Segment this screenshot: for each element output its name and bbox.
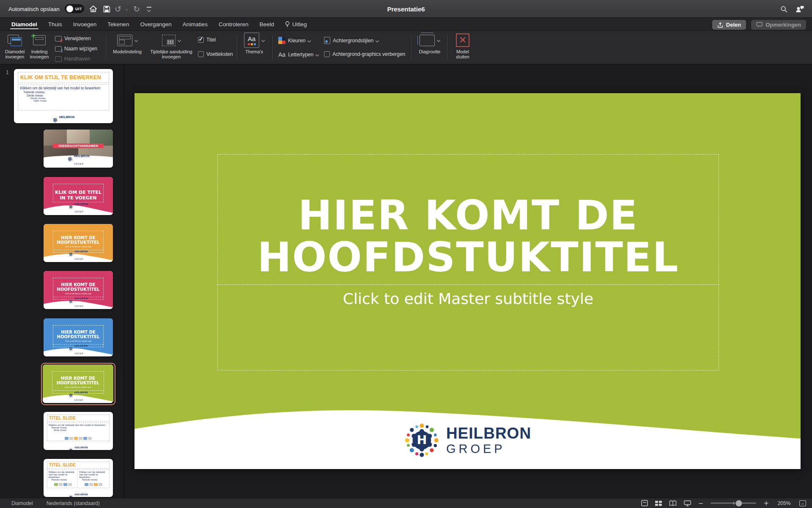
footers-checkbox[interactable]: Voetteksten [198,51,233,57]
tab-uitleg[interactable]: Uitleg [280,18,313,30]
zoom-percentage[interactable]: 205% [776,500,792,506]
slide-sorter-view-icon[interactable] [655,501,662,506]
comment-icon [756,22,763,28]
tab-controleren[interactable]: Controleren [213,18,254,30]
background-styles-button[interactable]: Achtergrondstijlen [324,37,379,44]
tab-animaties[interactable]: Animaties [177,18,213,30]
insert-placeholder-button[interactable]: Tijdelijke aanduiding invoegen [146,33,196,59]
normal-view-icon[interactable] [641,500,648,506]
thumb-title-placeholder: TITEL SLIDE [47,461,110,469]
heilbron-logo: HEILBRONGROEP [69,246,88,262]
reading-view-icon[interactable] [669,500,677,506]
themes-button[interactable]: Aa Thema's [240,33,268,54]
zoom-in-button[interactable]: + [763,500,769,507]
thumbnail-chapter-crimson[interactable]: HIER KOMT DEHOOFDSTUKTITEL Click to edit… [44,271,113,309]
chevron-down-icon [437,39,440,42]
slide-size-button[interactable]: Diagrootte [414,33,445,54]
ribbon-divider [411,35,411,60]
preserve-button[interactable]: Handhaven [55,56,90,62]
chevron-down-icon [315,53,319,56]
thumbnail-chapter-blue[interactable]: HIER KOMT DEHOOFDSTUKTITEL Click to edit… [44,318,113,356]
colors-button[interactable]: Kleuren [278,37,310,44]
rename-button[interactable]: I Naam wijzigen [55,46,97,52]
heilbron-logo: HEILBRON GROEP [404,422,531,458]
powerpoint-window: Automatisch opslaan UIT ↺ ↻ Presentatie6 [0,0,812,508]
titlebar: Automatisch opslaan UIT ↺ ↻ Presentatie6 [0,0,812,18]
tab-tekenen[interactable]: Tekenen [102,18,134,30]
share-button[interactable]: Delen [712,20,746,30]
zoom-slider[interactable] [710,502,756,504]
checkbox-unchecked-icon [324,51,330,57]
tab-beeld[interactable]: Beeld [254,18,280,30]
fit-slide-to-window-icon[interactable]: ↔ [799,500,806,506]
heilbron-logo: HEILBRONGROEP [67,151,90,166]
thumb-content-placeholder: Klikken om de tekststijl van het model t… [47,469,110,488]
tab-overgangen[interactable]: Overgangen [134,18,177,30]
thumb-body-placeholder: Klikken om de tekststijl van het model t… [18,84,109,110]
chevron-down-icon [134,39,138,42]
presence-share-icon[interactable] [793,0,806,18]
comments-button[interactable]: Opmerkingen [751,20,806,30]
heilbron-logo: HEILBRONGROEP [69,293,88,309]
fonts-button[interactable]: Aa Lettertypen [278,51,318,58]
master-layout-button[interactable]: Modelindeling [109,33,145,54]
heilbron-logo: HEILBRONGROEP [69,199,88,214]
thumbnail-titel-slide[interactable]: TITEL SLIDE Klikken om de tekststijl van… [44,412,113,450]
thumbnail-titel-slide-two-content[interactable]: TITEL SLIDE Klikken om de tekststijl van… [44,459,113,497]
heilbron-logo-mark [404,422,439,458]
tab-invoegen[interactable]: Invoegen [68,18,102,30]
slide-thumbnail-panel: 1 KLIK OM STIJL TE BEWERKEN Klikken om d… [0,64,124,498]
checkbox-unchecked-icon [198,51,204,57]
search-icon[interactable] [777,0,790,18]
slideshow-view-icon[interactable] [684,500,691,506]
thumbnail-title-layout-crimson[interactable]: KLIK OM DE TITELIN TE VOEGEN HEILBRONGRO… [44,177,113,215]
zoom-out-button[interactable]: − [698,500,704,507]
master-layout-icon [117,35,132,46]
heilbron-logo: HEILBRONGROEP [69,387,88,403]
subtitle-placeholder[interactable]: Click to edit Master subtitle style [217,284,719,370]
close-master-icon: ✕ [456,33,469,47]
thumbnail-chapter-green: HIER KOMT DEHOOFDSTUKTITEL Click to edit… [43,364,113,403]
theme-colors-icon [278,37,285,44]
language-selector[interactable]: Nederlands (standaard) [47,500,100,506]
hide-background-graphics-checkbox[interactable]: Achtergrond-graphics verbergen [324,51,405,57]
rename-icon: I [55,46,62,52]
slide-master-green[interactable]: HIER KOMT DE HOOFDSTUKTITEL Click to edi… [134,93,801,469]
delete-button[interactable]: ✕ Verwijderen [55,36,91,41]
placeholder-icon [162,35,176,46]
tab-thuis[interactable]: Thuis [43,18,68,30]
lightbulb-icon [285,21,290,28]
slide-canvas: HIER KOMT DE HOOFDSTUKTITEL Click to edi… [125,64,812,498]
tab-diamodel[interactable]: Diamodel [6,18,43,30]
ribbon-actions: Delen Opmerkingen [712,20,806,30]
heilbron-logo: HEILBRONGROEP [69,442,88,450]
delete-slide-icon: ✕ [55,36,62,41]
thumb-title-placeholder: TITEL SLIDE [47,414,110,422]
statusbar: Diamodel Nederlands (standaard) − + 205% [0,498,812,508]
ribbon-divider [106,35,106,60]
zoom-slider-detent [733,502,734,505]
chevron-down-icon [376,39,379,42]
thumbnail-photo-layout[interactable]: #DEKRACHTVANSAMEN HEILBRONGROEP [44,130,113,168]
thumbnail-chapter-green-selected[interactable]: HIER KOMT DEHOOFDSTUKTITEL Click to edit… [41,363,115,405]
close-master-button[interactable]: ✕ Model sluiten [450,33,475,59]
zoom-slider-thumb[interactable] [736,500,742,506]
thumb-footer: HEILBRONGROEP [44,157,113,168]
chevron-down-icon [307,39,311,42]
thumbnail-chapter-orange[interactable]: HIER KOMT DEHOOFDSTUKTITEL Click to edit… [44,224,113,262]
ribbon-divider [272,35,273,60]
share-icon [717,22,723,28]
campaign-banner: #DEKRACHTVANSAMEN [53,144,104,148]
background-styles-icon [324,37,330,44]
content-placeholder-icons [47,437,109,440]
ribbon-divider [447,35,448,60]
thumbnail-master-slide[interactable]: KLIK OM STIJL TE BEWERKEN Klikken om de … [14,69,113,123]
preserve-icon [55,56,62,62]
workspace: 1 KLIK OM STIJL TE BEWERKEN Klikken om d… [0,64,812,498]
title-placeholder[interactable]: HIER KOMT DE HOOFDSTUKTITEL [217,154,719,285]
insert-layout-button[interactable]: + Indeling invoegen [27,33,52,59]
slide-size-icon [420,35,435,46]
insert-slide-master-button[interactable]: Diamodel invoegen [3,33,27,59]
title-checkbox[interactable]: ✓ Titel [198,37,216,43]
heilbron-logo: HEILBRONGROEP [52,112,75,123]
